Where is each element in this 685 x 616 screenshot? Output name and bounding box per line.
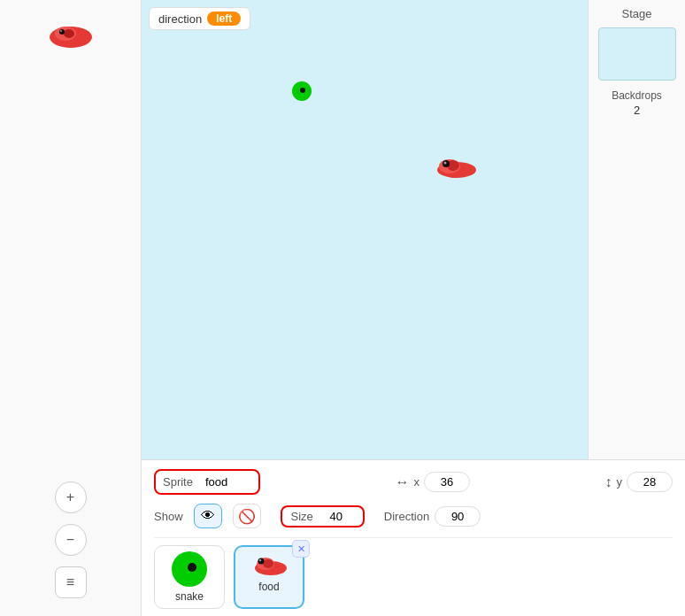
x-axis-icon: ↔ <box>395 474 409 490</box>
svg-point-3 <box>59 29 65 35</box>
direction-badge: direction left <box>149 7 250 30</box>
zoom-out-icon: − <box>66 532 74 548</box>
eye-slash-icon: 🚫 <box>238 508 256 525</box>
x-label: x <box>413 475 419 489</box>
svg-point-12 <box>263 559 273 568</box>
eye-icon: 👁 <box>201 508 215 524</box>
direction-label: Direction <box>384 510 429 523</box>
y-axis-icon: ↕ <box>605 474 612 490</box>
sprite-snake-label: snake <box>175 590 204 603</box>
sprite-food-label: food <box>258 581 279 593</box>
backdrops-label: Backdrops <box>612 89 662 102</box>
size-group: Size <box>281 505 365 527</box>
x-coord-group: ↔ x <box>395 472 470 492</box>
sidebar-bottom-icons: + − ≡ <box>55 481 87 598</box>
size-label: Size <box>291 510 313 523</box>
svg-point-14 <box>259 559 261 561</box>
delete-food-button[interactable]: ✕ <box>292 540 310 558</box>
stage-thumbnail[interactable] <box>598 27 676 81</box>
y-label: y <box>617 475 623 489</box>
y-coord-group: ↕ y <box>605 472 673 492</box>
menu-button[interactable]: ≡ <box>55 566 87 598</box>
snake-icon <box>172 551 207 587</box>
sprite-name-input[interactable] <box>198 473 251 491</box>
zoom-in-button[interactable]: + <box>55 481 87 513</box>
sprite-list: snake ✕ food <box>154 537 673 609</box>
x-input[interactable] <box>424 472 470 492</box>
sidebar-logo <box>44 9 97 62</box>
sprite-info-box: Sprite <box>154 469 260 495</box>
backdrops-count: 2 <box>634 104 640 117</box>
bottom-panel: Sprite ↔ x ↕ y Show 👁 🚫 <box>142 459 685 616</box>
sprite-item-snake[interactable]: snake <box>154 545 225 609</box>
show-visible-button[interactable]: 👁 <box>194 504 222 528</box>
direction-badge-value: left <box>207 12 241 26</box>
sprite-item-food[interactable]: ✕ food <box>234 545 304 609</box>
zoom-out-button[interactable]: − <box>55 524 87 556</box>
svg-point-2 <box>64 29 74 38</box>
left-sidebar: + − ≡ <box>0 0 142 616</box>
main-area: direction left Stage Backdrops 2 <box>142 0 685 616</box>
direction-group: Direction <box>384 506 481 527</box>
svg-point-4 <box>60 30 62 32</box>
zoom-in-icon: + <box>66 489 74 505</box>
sprite-label: Sprite <box>163 475 193 489</box>
direction-input[interactable] <box>435 506 481 527</box>
direction-badge-label: direction <box>158 12 202 26</box>
menu-icon: ≡ <box>66 574 74 590</box>
right-panel: Stage Backdrops 2 <box>588 0 685 459</box>
show-hidden-button[interactable]: 🚫 <box>233 504 261 528</box>
red-snake-sprite <box>434 154 480 182</box>
show-label: Show <box>154 510 183 523</box>
controls-row: Show 👁 🚫 Size Direction <box>154 504 673 528</box>
svg-point-13 <box>258 558 265 565</box>
food-icon <box>251 552 287 577</box>
sprite-info-row: Sprite ↔ x ↕ y <box>154 469 673 495</box>
svg-point-9 <box>444 162 447 165</box>
canvas-area: direction left <box>142 0 588 459</box>
size-input[interactable] <box>319 510 354 523</box>
stage-container: direction left Stage Backdrops 2 <box>142 0 685 459</box>
green-food-dot <box>292 81 312 101</box>
y-input[interactable] <box>627 472 673 492</box>
stage-label: Stage <box>622 7 652 20</box>
